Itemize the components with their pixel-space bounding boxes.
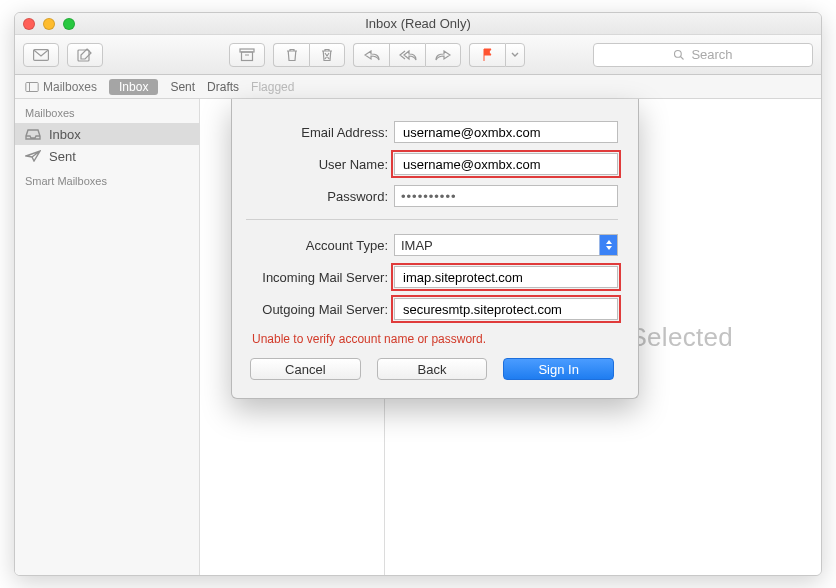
outgoing-server-field[interactable] xyxy=(394,298,618,320)
paper-plane-icon xyxy=(25,150,41,162)
archive-button[interactable] xyxy=(229,43,265,67)
email-input[interactable] xyxy=(401,124,611,141)
delete-group xyxy=(273,43,345,67)
sign-in-button[interactable]: Sign In xyxy=(503,358,614,380)
archive-icon xyxy=(239,48,255,62)
inbox-icon xyxy=(25,128,41,140)
outgoing-label: Outgoing Mail Server: xyxy=(246,302,394,317)
password-label: Password: xyxy=(246,189,394,204)
password-field[interactable]: •••••••••• xyxy=(394,185,618,207)
username-field[interactable] xyxy=(394,153,618,175)
forward-icon xyxy=(435,49,451,61)
incoming-label: Incoming Mail Server: xyxy=(246,270,394,285)
filter-inbox[interactable]: Inbox xyxy=(109,79,158,95)
forward-button[interactable] xyxy=(425,43,461,67)
mailboxes-toggle-label: Mailboxes xyxy=(43,80,97,94)
select-caret-icon xyxy=(599,235,617,255)
incoming-server-input[interactable] xyxy=(401,269,611,286)
junk-icon xyxy=(320,48,334,62)
cancel-button[interactable]: Cancel xyxy=(250,358,361,380)
flag-button[interactable] xyxy=(469,43,505,67)
email-field[interactable] xyxy=(394,121,618,143)
search-icon xyxy=(673,49,685,61)
filter-sent[interactable]: Sent xyxy=(170,80,195,94)
get-mail-button[interactable] xyxy=(23,43,59,67)
sidebar-item-sent[interactable]: Sent xyxy=(15,145,199,167)
password-mask: •••••••••• xyxy=(401,189,457,204)
account-type-label: Account Type: xyxy=(246,238,394,253)
search-input[interactable]: Search xyxy=(593,43,813,67)
account-type-value: IMAP xyxy=(401,238,433,253)
flag-menu-button[interactable] xyxy=(505,43,525,67)
email-label: Email Address: xyxy=(246,125,394,140)
junk-button[interactable] xyxy=(309,43,345,67)
sidebar-item-inbox[interactable]: Inbox xyxy=(15,123,199,145)
sidebar-header-smart: Smart Mailboxes xyxy=(15,167,199,195)
username-input[interactable] xyxy=(401,156,611,173)
toolbar: Search xyxy=(15,35,821,75)
sidebar-header-mailboxes: Mailboxes xyxy=(15,103,199,123)
reply-button[interactable] xyxy=(353,43,389,67)
chevron-down-icon xyxy=(511,52,519,58)
titlebar: Inbox (Read Only) xyxy=(15,13,821,35)
flag-group xyxy=(469,43,525,67)
favorites-bar: Mailboxes Inbox Sent Drafts Flagged xyxy=(15,75,821,99)
sidebar-item-label: Inbox xyxy=(49,127,81,142)
filter-flagged[interactable]: Flagged xyxy=(251,80,294,94)
svg-rect-7 xyxy=(26,82,38,91)
envelope-icon xyxy=(33,49,49,61)
username-label: User Name: xyxy=(246,157,394,172)
svg-rect-3 xyxy=(242,52,253,61)
svg-line-6 xyxy=(681,56,684,59)
compose-button[interactable] xyxy=(67,43,103,67)
delete-button[interactable] xyxy=(273,43,309,67)
back-button[interactable]: Back xyxy=(377,358,488,380)
mailboxes-toggle[interactable]: Mailboxes xyxy=(25,80,97,94)
window-title: Inbox (Read Only) xyxy=(15,16,821,31)
sidebar-item-label: Sent xyxy=(49,149,76,164)
reply-group xyxy=(353,43,461,67)
outgoing-server-input[interactable] xyxy=(401,301,611,318)
svg-point-5 xyxy=(675,50,682,57)
filter-drafts[interactable]: Drafts xyxy=(207,80,239,94)
flag-icon xyxy=(481,48,495,62)
compose-icon xyxy=(77,48,93,62)
sidebar-icon xyxy=(25,82,39,92)
incoming-server-field[interactable] xyxy=(394,266,618,288)
sheet-divider xyxy=(246,219,618,220)
reply-all-icon xyxy=(399,49,417,61)
sheet-buttons: Cancel Back Sign In xyxy=(246,358,618,380)
reply-all-button[interactable] xyxy=(389,43,425,67)
add-account-sheet: Email Address: User Name: Password: ••••… xyxy=(231,99,639,399)
sidebar: Mailboxes Inbox Sent Smart Mailboxes xyxy=(15,99,200,575)
account-type-select[interactable]: IMAP xyxy=(394,234,618,256)
trash-icon xyxy=(285,48,299,62)
mail-window: Inbox (Read Only) xyxy=(14,12,822,576)
error-text: Unable to verify account name or passwor… xyxy=(252,332,618,346)
reply-icon xyxy=(364,49,380,61)
search-placeholder: Search xyxy=(691,47,732,62)
